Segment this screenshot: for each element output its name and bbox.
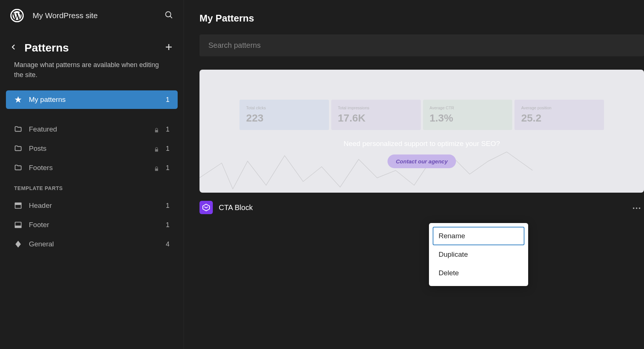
lock-icon [154,127,159,132]
page-description: Manage what patterns are available when … [0,60,184,90]
sidebar-item-count: 4 [166,240,170,248]
sidebar-item-general[interactable]: General 4 [6,235,178,253]
search-icon[interactable] [164,10,173,21]
header-icon [14,202,22,210]
pattern-row: CTA Block [199,201,644,214]
site-title[interactable]: My WordPress site [33,11,155,20]
sidebar-item-label: Header [29,202,159,210]
sidebar-item-footer[interactable]: Footer 1 [6,216,178,234]
site-header: My WordPress site [0,0,184,31]
sidebar-item-footers[interactable]: Footers 1 [6,159,178,177]
pattern-block-icon [199,201,213,214]
pattern-name[interactable]: CTA Block [219,203,623,212]
page-title: Patterns [24,41,157,54]
svg-rect-6 [15,203,21,205]
page-title-row: Patterns [0,31,184,60]
svg-line-2 [170,16,172,19]
svg-rect-8 [15,226,21,228]
sidebar-item-header[interactable]: Header 1 [6,196,178,215]
folder-icon [14,164,22,172]
preview-cta-button: Contact our agency [388,154,456,168]
sidebar-item-count: 1 [166,126,170,133]
pattern-card[interactable]: Total clicks 223 Total impressions 17.6K… [199,70,644,193]
sidebar-item-count: 1 [166,164,170,172]
sidebar-item-posts[interactable]: Posts 1 [6,139,178,158]
footer-icon [14,221,22,229]
sidebar-item-count: 1 [166,145,170,153]
more-options-button[interactable] [629,201,644,214]
preview-heading: Need personalized support to optimize yo… [343,140,500,148]
menu-item-duplicate[interactable]: Duplicate [433,245,524,264]
template-parts-list: Header 1 Footer 1 General 4 [0,196,184,254]
pattern-preview: Total clicks 223 Total impressions 17.6K… [199,70,644,193]
sidebar-item-label: My patterns [29,96,159,104]
star-icon [14,96,22,104]
diamond-icon [14,240,22,248]
menu-item-rename[interactable]: Rename [433,227,524,245]
wordpress-logo-icon[interactable] [10,9,24,22]
lock-icon [154,165,159,170]
template-parts-header: TEMPLATE PARTS [0,178,184,196]
svg-point-9 [633,207,634,209]
sidebar-nav-list: My patterns 1 Featured 1 Posts 1 [0,90,184,178]
back-button[interactable] [10,44,17,52]
menu-item-delete[interactable]: Delete [433,264,524,282]
svg-point-11 [639,207,640,209]
sidebar-item-label: Footers [29,164,150,172]
sidebar-item-count: 1 [166,96,170,104]
preview-stats: Total clicks 223 Total impressions 17.6K… [239,100,604,130]
svg-point-1 [166,12,171,17]
preview-chart-icon [199,141,533,193]
sidebar-item-featured[interactable]: Featured 1 [6,120,178,139]
sidebar-item-my-patterns[interactable]: My patterns 1 [6,90,178,109]
sidebar-item-count: 1 [166,202,170,210]
sidebar: My WordPress site Patterns Manage what p… [0,0,184,349]
sidebar-item-label: General [29,240,159,248]
add-pattern-button[interactable] [164,43,173,53]
main-content: My Patterns Total clicks 223 Total impre… [184,0,644,349]
svg-point-10 [636,207,637,209]
search-patterns-box[interactable] [199,34,644,56]
sidebar-item-count: 1 [166,221,170,229]
sidebar-item-label: Posts [29,144,150,153]
search-patterns-input[interactable] [208,41,635,50]
sidebar-item-label: Footer [29,221,159,229]
folder-icon [14,144,22,153]
context-menu: Rename Duplicate Delete [429,223,528,286]
lock-icon [154,146,159,151]
folder-icon [14,125,22,133]
sidebar-item-label: Featured [29,125,150,133]
main-title: My Patterns [199,13,644,24]
